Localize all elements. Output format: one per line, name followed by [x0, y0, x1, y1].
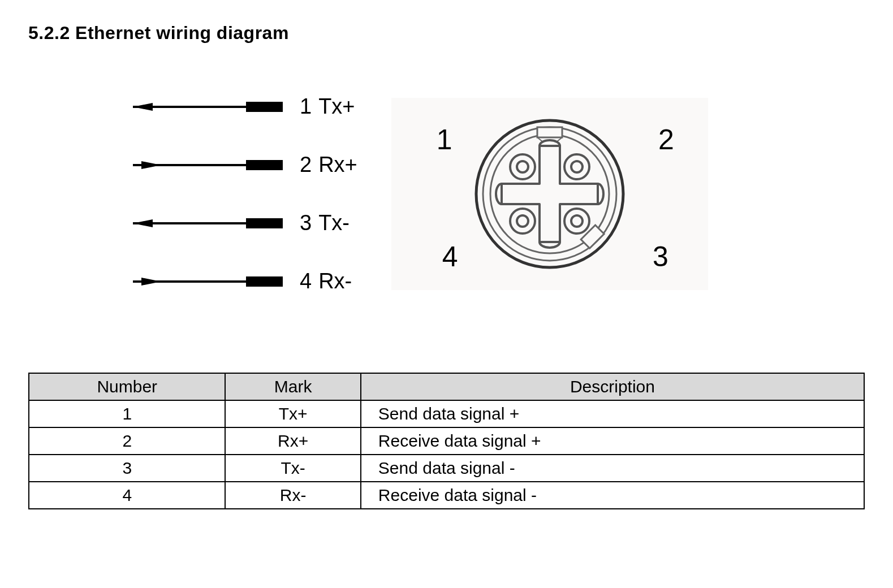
svg-point-22: [571, 161, 583, 172]
svg-rect-2: [246, 102, 283, 112]
svg-point-19: [510, 154, 535, 179]
cell-description: Send data signal -: [361, 455, 864, 482]
cell-mark: Tx+: [225, 400, 360, 427]
signal-name: Tx+: [318, 94, 355, 119]
signal-name: Rx-: [318, 269, 352, 293]
col-header-description: Description: [361, 373, 864, 400]
table-row: 2 Rx+ Receive data signal +: [29, 427, 864, 455]
svg-point-12: [476, 120, 623, 267]
svg-point-25: [510, 209, 535, 234]
section-heading: 5.2.2 Ethernet wiring diagram: [28, 23, 865, 44]
cell-mark: Rx+: [225, 427, 360, 455]
cell-number: 2: [29, 427, 225, 455]
svg-point-24: [571, 215, 583, 227]
cell-number: 4: [29, 482, 225, 509]
wiring-diagram: 1 Tx+ 2 Rx+: [130, 94, 865, 293]
svg-point-21: [564, 154, 589, 179]
table-row: 1 Tx+ Send data signal +: [29, 400, 864, 427]
signal-name: Tx-: [318, 211, 350, 235]
connector-pin-3-label: 3: [653, 240, 668, 273]
signal-num: 2: [300, 153, 312, 177]
cell-description: Receive data signal -: [361, 482, 864, 509]
signal-num: 1: [300, 94, 312, 119]
pinout-table: Number Mark Description 1 Tx+ Send data …: [28, 373, 865, 509]
table-row: 3 Tx- Send data signal -: [29, 455, 864, 482]
signal-list: 1 Tx+ 2 Rx+: [130, 94, 357, 293]
cell-description: Receive data signal +: [361, 427, 864, 455]
arrow-out-icon: [130, 101, 283, 113]
cell-number: 1: [29, 400, 225, 427]
svg-point-23: [564, 209, 589, 234]
svg-marker-1: [133, 103, 153, 111]
signal-line-1: 1 Tx+: [130, 94, 357, 119]
signal-line-2: 2 Rx+: [130, 153, 357, 177]
svg-point-20: [517, 161, 528, 172]
arrow-in-icon: [130, 159, 283, 171]
col-header-number: Number: [29, 373, 225, 400]
signal-line-4: 4 Rx-: [130, 269, 357, 293]
svg-point-26: [517, 215, 528, 227]
svg-marker-4: [141, 161, 161, 169]
arrow-in-icon: [130, 275, 283, 288]
svg-marker-7: [133, 219, 153, 227]
signal-line-3: 3 Tx-: [130, 211, 357, 235]
cell-mark: Rx-: [225, 482, 360, 509]
table-header-row: Number Mark Description: [29, 373, 864, 400]
arrow-out-icon: [130, 217, 283, 230]
signal-name: Rx+: [318, 153, 357, 177]
svg-rect-8: [246, 218, 283, 228]
svg-marker-10: [141, 278, 161, 286]
svg-rect-11: [246, 276, 283, 287]
signal-num: 4: [300, 269, 312, 293]
connector-pin-2-label: 2: [658, 123, 674, 156]
col-header-mark: Mark: [225, 373, 360, 400]
svg-rect-5: [246, 160, 283, 170]
cell-number: 3: [29, 455, 225, 482]
cell-description: Send data signal +: [361, 400, 864, 427]
signal-num: 3: [300, 211, 312, 235]
table-row: 4 Rx- Receive data signal -: [29, 482, 864, 509]
svg-rect-15: [537, 127, 562, 137]
cell-mark: Tx-: [225, 455, 360, 482]
connector-pin-4-label: 4: [442, 240, 458, 273]
connector-pin-1-label: 1: [437, 123, 452, 156]
connector-diagram: 1 2 3 4: [391, 98, 708, 290]
svg-rect-18: [581, 225, 604, 248]
